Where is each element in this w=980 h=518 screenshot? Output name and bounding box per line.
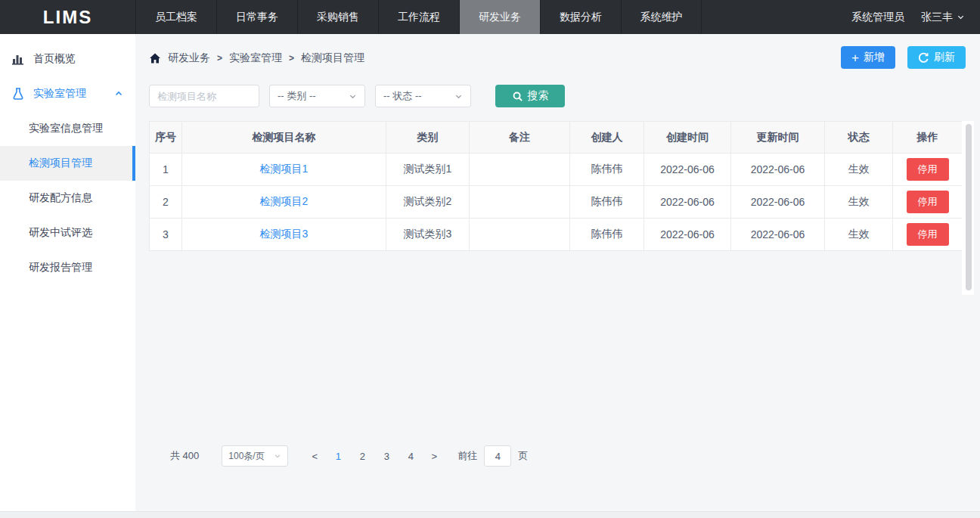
cell-created: 2022-06-06	[644, 219, 731, 251]
column-header-actions: 操作	[893, 122, 963, 154]
search-button[interactable]: 搜索	[495, 85, 565, 107]
nav-tab-employee-files[interactable]: 员工档案	[135, 0, 216, 34]
column-header-index: 序号	[150, 122, 182, 154]
cell-category: 测试类别2	[386, 186, 470, 219]
breadcrumb-item[interactable]: 实验室管理	[229, 51, 282, 65]
sidebar-item-label: 研发报告管理	[29, 261, 92, 275]
column-header-updated: 更新时间	[731, 122, 825, 154]
cell-remark	[470, 154, 570, 186]
disable-button[interactable]: 停用	[907, 223, 949, 246]
sidebar-item-rd-report-management[interactable]: 研发报告管理	[0, 250, 135, 285]
cell-name-link[interactable]: 检测项目1	[182, 154, 386, 186]
cell-status: 生效	[825, 186, 893, 219]
top-nav: 员工档案 日常事务 采购销售 工作流程 研发业务 数据分析 系统维护	[135, 0, 702, 34]
nav-tab-label: 工作流程	[398, 11, 440, 24]
cell-index: 1	[150, 154, 182, 186]
page-size-value: 100条/页	[228, 450, 264, 463]
sidebar-group-lab-management[interactable]: 实验室管理	[0, 76, 135, 111]
cell-name-link[interactable]: 检测项目3	[182, 219, 386, 251]
nav-tab-label: 数据分析	[560, 11, 602, 24]
column-header-creator: 创建人	[570, 122, 644, 154]
cell-name-link[interactable]: 检测项目2	[182, 186, 386, 219]
bar-chart-icon	[11, 52, 25, 66]
sidebar: 首页概览 实验室管理 实验室信息管理 检测项目管理 研发配方信息 研发中试评选 …	[0, 34, 135, 511]
cell-actions: 停用	[893, 186, 963, 219]
pagination: 共 400 100条/页 < 1 2 3 4 > 前往 页	[170, 445, 528, 467]
breadcrumb-separator: >	[289, 53, 294, 64]
category-select-value: -- 类别 --	[278, 89, 316, 103]
column-header-status: 状态	[825, 122, 893, 154]
cell-creator: 陈伟伟	[570, 154, 644, 186]
chevron-down-icon	[349, 92, 357, 101]
table-scrollbar-thumb[interactable]	[966, 124, 972, 290]
page-number-2[interactable]: 2	[350, 451, 374, 462]
column-header-name: 检测项目名称	[182, 122, 386, 154]
column-header-created: 创建时间	[644, 122, 731, 154]
nav-tab-system-maintenance[interactable]: 系统维护	[621, 0, 702, 34]
sidebar-item-lab-info-management[interactable]: 实验室信息管理	[0, 111, 135, 146]
data-table: 序号 检测项目名称 类别 备注 创建人 创建时间 更新时间 状态 操作 1 检测…	[149, 121, 963, 251]
sidebar-item-rd-formula-info[interactable]: 研发配方信息	[0, 181, 135, 216]
cell-created: 2022-06-06	[644, 186, 731, 219]
topbar: LIMS 员工档案 日常事务 采购销售 工作流程 研发业务 数据分析 系统维护 …	[0, 0, 980, 34]
breadcrumb-item[interactable]: 检测项目管理	[301, 51, 364, 65]
user-menu[interactable]: 张三丰	[921, 11, 965, 24]
column-header-category: 类别	[386, 122, 470, 154]
cell-updated: 2022-06-06	[731, 219, 825, 251]
goto-page-input[interactable]	[484, 445, 511, 467]
breadcrumb-separator: >	[217, 53, 222, 64]
add-button-label: 新增	[864, 51, 885, 64]
sidebar-item-label: 研发中试评选	[29, 226, 92, 240]
sidebar-item-label: 实验室信息管理	[29, 122, 103, 135]
page-number-3[interactable]: 3	[374, 451, 399, 462]
user-role-label: 系统管理员	[851, 11, 904, 24]
cell-creator: 陈伟伟	[570, 219, 644, 251]
main-content: 研发业务 > 实验室管理 > 检测项目管理 + 新增 刷新 -- 类别 -- -…	[135, 34, 980, 511]
sidebar-item-label: 研发配方信息	[29, 191, 92, 205]
cell-category: 测试类别1	[386, 154, 470, 186]
cell-index: 2	[150, 186, 182, 219]
user-name-label: 张三丰	[921, 11, 953, 24]
breadcrumb-item[interactable]: 研发业务	[168, 51, 210, 65]
next-page-button[interactable]: >	[423, 451, 445, 462]
category-select[interactable]: -- 类别 --	[269, 85, 365, 107]
refresh-button-label: 刷新	[934, 51, 955, 64]
prev-page-button[interactable]: <	[303, 451, 326, 462]
project-name-input[interactable]	[149, 85, 259, 107]
nav-tab-label: 采购销售	[317, 11, 359, 24]
cell-remark	[470, 219, 570, 251]
filter-bar: -- 类别 -- -- 状态 -- 搜索	[149, 85, 565, 107]
refresh-icon	[918, 52, 929, 64]
sidebar-item-test-project-management[interactable]: 检测项目管理	[0, 146, 135, 181]
plus-icon: +	[851, 51, 859, 64]
page-footer-strip	[0, 511, 980, 518]
nav-tab-daily-affairs[interactable]: 日常事务	[216, 0, 297, 34]
add-button[interactable]: + 新增	[841, 46, 895, 69]
nav-tab-rd-business[interactable]: 研发业务	[459, 0, 540, 34]
chevron-down-icon	[274, 452, 281, 460]
cell-index: 3	[150, 219, 182, 251]
page-number-1[interactable]: 1	[326, 451, 350, 462]
search-icon	[512, 91, 523, 102]
cell-creator: 陈伟伟	[570, 186, 644, 219]
sidebar-item-rd-pilot-selection[interactable]: 研发中试评选	[0, 216, 135, 250]
pagination-total: 共 400	[170, 449, 199, 463]
sidebar-item-home-overview[interactable]: 首页概览	[0, 42, 135, 76]
page-number-4[interactable]: 4	[399, 451, 423, 462]
disable-button[interactable]: 停用	[907, 191, 949, 213]
cell-status: 生效	[825, 154, 893, 186]
nav-tab-purchase-sales[interactable]: 采购销售	[297, 0, 378, 34]
nav-tab-data-analysis[interactable]: 数据分析	[540, 0, 621, 34]
breadcrumb: 研发业务 > 实验室管理 > 检测项目管理	[149, 47, 364, 70]
refresh-button[interactable]: 刷新	[907, 46, 966, 69]
nav-tab-workflow[interactable]: 工作流程	[378, 0, 459, 34]
chevron-up-icon	[114, 89, 123, 98]
disable-button[interactable]: 停用	[907, 158, 949, 181]
cell-updated: 2022-06-06	[731, 186, 825, 219]
status-select[interactable]: -- 状态 --	[375, 85, 471, 107]
chevron-down-icon	[957, 13, 965, 21]
page-size-select[interactable]: 100条/页	[222, 445, 288, 467]
cell-remark	[470, 186, 570, 219]
nav-tab-label: 研发业务	[479, 11, 521, 24]
cell-actions: 停用	[893, 154, 963, 186]
